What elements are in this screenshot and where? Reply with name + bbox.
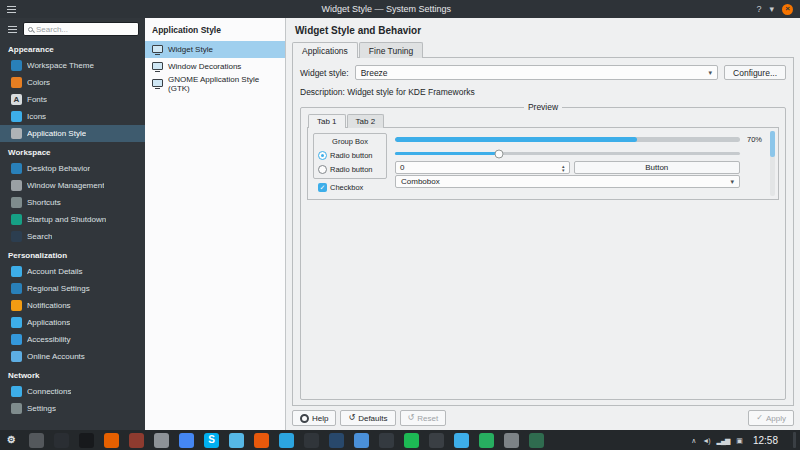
taskbar-app-window-11-icon[interactable] [504,433,519,448]
demo-radio-button-1[interactable]: Radio button [318,149,382,161]
demo-spinbox[interactable]: 0 ▴▾ [395,161,570,174]
taskbar-spotify-icon[interactable] [404,433,419,448]
hamburger-menu-icon[interactable] [8,29,17,30]
sidebar-item-regional-settings[interactable]: Regional Settings [0,280,145,297]
demo-radio-button-2[interactable]: Radio button [318,163,382,175]
reset-button[interactable]: ↺ Reset [400,410,447,426]
configure-button[interactable]: Configure... [724,65,786,80]
taskbar-chromium-icon[interactable] [179,433,194,448]
sidebar-item-connections[interactable]: Connections [0,383,145,400]
sidebar-item-notifications[interactable]: Notifications [0,297,145,314]
preview-scrollbar[interactable] [770,131,775,196]
progress-value: 70% [744,135,762,144]
preview-tab-tab-2[interactable]: Tab 2 [347,114,385,128]
sidebar-item-icons[interactable]: Icons [0,108,145,125]
sidebar-item-shortcuts[interactable]: Shortcuts [0,194,145,211]
widget-style-row: Widget style: Breeze ▾ Configure... [300,65,786,80]
demo-slider[interactable] [395,152,740,155]
taskbar-app-window-4-icon[interactable] [304,433,319,448]
taskbar-app-window-9-icon[interactable] [454,433,469,448]
close-button[interactable]: × [782,4,793,15]
taskbar-app-window-2-icon[interactable] [129,433,144,448]
chevron-down-icon: ▾ [709,69,713,76]
checkbox-checked-icon: ✓ [318,183,327,192]
sidebar-section-appearance: Appearance [0,39,145,57]
demo-combobox[interactable]: Combobox ▾ [395,175,740,188]
taskbar-firefox-icon[interactable] [104,433,119,448]
taskbar-vlc-icon[interactable] [254,433,269,448]
preview-tab-tab-1[interactable]: Tab 1 [308,114,346,128]
sidebar-item-desktop-behavior[interactable]: Desktop Behavior [0,160,145,177]
taskbar-application-launcher-icon[interactable]: ⚙ [4,433,19,448]
slider-handle[interactable] [494,149,503,158]
show-desktop-strip[interactable] [793,432,796,448]
apply-button[interactable]: ✓ Apply [748,410,794,426]
page-title: Widget Style and Behavior [286,18,800,42]
help-button[interactable]: Help [292,410,336,426]
taskbar-app-window-12-icon[interactable] [529,433,544,448]
tab-applications[interactable]: Applications [292,42,358,58]
main-panel: Widget Style and Behavior ApplicationsFi… [286,18,800,430]
preview-left-column: Group Box Radio buttonRadio button ✓ Che… [313,133,387,194]
network-icon[interactable]: ▂▄▆ [717,437,730,444]
sidebar-item-account-details[interactable]: Account Details [0,263,145,280]
demo-button[interactable]: Button [574,161,741,174]
taskbar-app-window-5-icon[interactable] [329,433,344,448]
sidebar-item-window-management[interactable]: Window Management [0,177,145,194]
reset-icon: ↺ [408,414,415,422]
taskbar-app-window-6-icon[interactable] [354,433,369,448]
scrollbar-thumb[interactable] [770,131,775,157]
category-item-widget-style[interactable]: Widget Style [145,41,285,58]
search-box[interactable] [23,22,139,36]
tab-fine-tuning[interactable]: Fine Tuning [359,42,423,58]
workspace-theme-icon [11,60,22,71]
sidebar-item-applications[interactable]: Applications [0,314,145,331]
category-item-window-decorations[interactable]: Window Decorations [145,58,285,75]
taskbar-app-window-7-icon[interactable] [379,433,394,448]
sidebar-item-workspace-theme[interactable]: Workspace Theme [0,57,145,74]
taskbar-gimp-icon[interactable] [154,433,169,448]
preview-tab-bar: Tab 1Tab 2 [307,114,779,127]
taskbar-app-window-1-icon[interactable] [54,433,69,448]
minimize-button[interactable]: ▾ [769,5,774,14]
demo-progress-bar [395,137,740,142]
sidebar-item-search[interactable]: Search [0,228,145,245]
window-titlebar[interactable]: Widget Style — System Settings ? ▾ × [0,0,800,18]
group-box-label: Group Box [318,136,382,147]
taskbar-konsole-icon[interactable] [79,433,94,448]
taskbar-app-window-3-icon[interactable] [229,433,244,448]
taskbar-app-window-10-icon[interactable] [479,433,494,448]
widget-style-value: Breeze [361,68,388,78]
sidebar-item-startup-and-shutdown[interactable]: Startup and Shutdown [0,211,145,228]
category-list: Widget StyleWindow DecorationsGNOME Appl… [145,41,285,92]
sidebar-item-accessibility[interactable]: Accessibility [0,331,145,348]
clock[interactable]: 12:58 [753,435,778,446]
taskbar-skype-icon[interactable]: S [204,433,219,448]
spinbox-arrows-icon[interactable]: ▴▾ [562,164,565,172]
category-item-gnome-application-style-gtk[interactable]: GNOME Application Style (GTK) [145,75,285,92]
progress-row: 70% [395,133,762,146]
taskbar-telegram-icon[interactable] [279,433,294,448]
window-menu-icon[interactable] [7,9,16,10]
widget-style-select[interactable]: Breeze ▾ [355,65,718,80]
sidebar: AppearanceWorkspace ThemeColorsAFontsIco… [0,18,145,430]
volume-icon[interactable]: ◄) [702,437,709,444]
sidebar-item-fonts[interactable]: AFonts [0,91,145,108]
sidebar-section-network: Network [0,365,145,383]
taskbar-app-window-8-icon[interactable] [429,433,444,448]
style-description: Description: Widget style for KDE Framew… [300,87,786,97]
search-input[interactable] [36,25,134,34]
combobox-value: Combobox [401,177,440,186]
preview-groupbox: Preview Tab 1Tab 2 Group Box Radio butto… [300,102,786,400]
sidebar-item-settings[interactable]: Settings [0,400,145,417]
tray-expander-icon[interactable]: ∧ [691,437,695,444]
sidebar-item-application-style[interactable]: Application Style [0,125,145,142]
demo-checkbox[interactable]: ✓ Checkbox [313,181,387,194]
sidebar-item-colors[interactable]: Colors [0,74,145,91]
clipboard-icon[interactable]: ▣ [736,437,742,444]
help-titlebar-button[interactable]: ? [756,5,761,14]
taskbar-pager-icon[interactable] [29,433,44,448]
defaults-button[interactable]: ↺ Defaults [340,410,395,426]
monitor-icon [152,45,163,53]
sidebar-item-online-accounts[interactable]: Online Accounts [0,348,145,365]
